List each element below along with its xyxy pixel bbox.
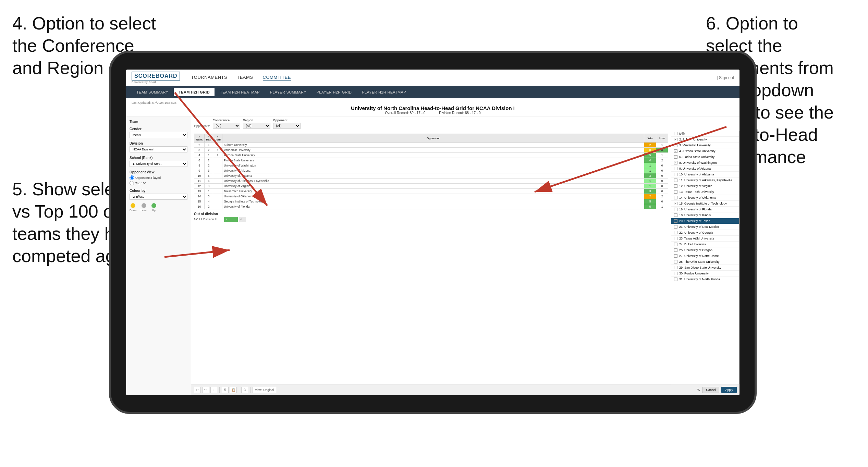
dropdown-item[interactable]: 25. University of Oregon: [671, 247, 739, 253]
dropdown-item[interactable]: 12. University of Virginia: [671, 183, 739, 189]
dropdown-item[interactable]: 30. Purdue University: [671, 271, 739, 276]
dropdown-item[interactable]: ✓4. Arizona State University: [671, 148, 739, 154]
dropdown-item[interactable]: 14. University of Oklahoma: [671, 195, 739, 201]
td-win: 1: [644, 163, 656, 168]
view-btn[interactable]: View: Original: [253, 387, 276, 393]
td-rank: 15: [194, 199, 205, 204]
dropdown-item-label: 27. University of Notre Dame: [679, 254, 719, 258]
dropdown-checkbox: [674, 248, 677, 252]
division-select[interactable]: NCAA Division I: [130, 146, 187, 152]
nav-signout[interactable]: | Sign out: [717, 75, 734, 80]
undo-btn[interactable]: ↩: [194, 387, 201, 393]
dropdown-checkbox: [674, 213, 677, 217]
dropdown-checkbox: ✓: [674, 138, 677, 141]
dropdown-item[interactable]: 22. University of Georgia: [671, 230, 739, 236]
cancel-btn[interactable]: Cancel: [702, 387, 719, 393]
dropdown-item[interactable]: 20. University of Texas: [671, 218, 739, 224]
dropdown-item-label: 14. University of Oklahoma: [679, 196, 716, 199]
gender-select[interactable]: Men's: [130, 132, 187, 138]
td-rag: 2: [205, 204, 213, 209]
th-loss: Loss: [656, 134, 668, 143]
td-rank: 3: [194, 148, 205, 153]
colour-by-select[interactable]: Win/loss: [130, 194, 187, 200]
sub-nav-player-h2h-heatmap[interactable]: PLAYER H2H HEATMAP: [357, 88, 411, 96]
table-row: 15 4 Georgia Institute of Technology 5 0: [194, 199, 668, 204]
main-content: Last Updated: 4/7/2024 16:55:38 Universi…: [126, 98, 739, 395]
sub-nav-h2h-grid[interactable]: TEAM H2H GRID: [174, 88, 215, 96]
dropdown-item[interactable]: (All): [671, 131, 739, 137]
td-conf: [213, 199, 222, 204]
dropdown-item-label: 20. University of Texas: [679, 219, 710, 223]
dropdown-item[interactable]: 3. Vanderbilt University: [671, 143, 739, 148]
division-row: NCAA Division II 1 0: [194, 217, 668, 222]
td-loss: 0: [656, 168, 668, 173]
school-select[interactable]: 1. University of Nort...: [130, 161, 187, 167]
dropdown-checkbox: [674, 208, 677, 211]
dropdown-item[interactable]: 21. University of New Mexico: [671, 224, 739, 230]
report-title: University of North Carolina Head-to-Hea…: [132, 105, 734, 111]
copy-btn[interactable]: ⧉: [222, 387, 229, 393]
table-row: 9 3 University of Arizona 1 0: [194, 168, 668, 173]
table-row: 4 1 2 Arizona State University 5 1: [194, 153, 668, 158]
radio-opponents-played[interactable]: Opponents Played: [130, 175, 187, 180]
region-select[interactable]: (All): [243, 123, 270, 129]
td-rag: 6: [205, 179, 213, 184]
dropdown-item[interactable]: 23. Texas A&M University: [671, 236, 739, 242]
radio-top100[interactable]: Top 100: [130, 181, 187, 185]
dropdown-checkbox: [674, 260, 677, 263]
dropdown-item-label: 22. University of Georgia: [679, 231, 713, 234]
paste-btn[interactable]: 📋: [230, 387, 237, 393]
clock-btn[interactable]: ⏱: [241, 387, 248, 393]
table-row: 16 2 University of Florida 5 1: [194, 204, 668, 209]
dropdown-item[interactable]: 24. Duke University: [671, 242, 739, 247]
dropdown-item[interactable]: 16. University of Florida: [671, 207, 739, 212]
dropdown-item-label: 11. University of Arkansas, Fayetteville: [679, 179, 732, 182]
dropdown-item-label: 30. Purdue University: [679, 272, 709, 275]
td-opponent: Texas Tech University: [222, 189, 644, 194]
dropdown-checkbox: [674, 278, 677, 281]
td-conf: [213, 173, 222, 179]
dropdown-item[interactable]: 18. University of Illinois: [671, 212, 739, 218]
table-row: 6 2 Florida State University 4 2: [194, 158, 668, 163]
sub-nav-h2h-heatmap[interactable]: TEAM H2H HEATMAP: [215, 88, 265, 96]
conference-select[interactable]: (All): [213, 123, 240, 129]
td-loss: 0: [656, 199, 668, 204]
dropdown-checkbox: ✓: [674, 202, 677, 205]
redo-btn[interactable]: ↪: [202, 387, 209, 393]
td-rag: 1: [205, 189, 213, 194]
nav-committee[interactable]: COMMITTEE: [263, 75, 291, 81]
dropdown-item-label: 4. Arizona State University: [679, 149, 716, 153]
dropdown-item[interactable]: 27. University of Notre Dame: [671, 253, 739, 259]
dropdown-item[interactable]: ✓6. Florida State University: [671, 154, 739, 160]
dropdown-item[interactable]: 28. The Ohio State University: [671, 259, 739, 265]
dropdown-item[interactable]: 11. University of Arkansas, Fayetteville: [671, 177, 739, 183]
dropdown-item[interactable]: ✓2. Auburn University: [671, 137, 739, 143]
nav-teams[interactable]: TEAMS: [237, 75, 253, 81]
td-conf: [213, 184, 222, 189]
td-win: 5: [644, 199, 656, 204]
td-opponent: University of Oklahoma: [222, 194, 644, 199]
td-win: 0: [644, 148, 656, 153]
apply-btn[interactable]: Apply: [721, 387, 737, 393]
table-row: 12 3 University of Virginia 1 0: [194, 184, 668, 189]
nav-tournaments[interactable]: TOURNAMENTS: [191, 75, 228, 81]
td-opponent: University of Virginia: [222, 184, 644, 189]
opponent-select[interactable]: (All): [273, 123, 301, 129]
dropdown-item[interactable]: 10. University of Alabama: [671, 172, 739, 177]
dropdown-item[interactable]: ✓8. University of Washington: [671, 160, 739, 166]
last-updated: Last Updated: 4/7/2024 16:55:38: [132, 101, 176, 105]
sub-nav-player-summary[interactable]: PLAYER SUMMARY: [265, 88, 311, 96]
dropdown-item[interactable]: 13. Texas Tech University: [671, 189, 739, 195]
td-win: 1: [644, 168, 656, 173]
td-rag: 2: [205, 148, 213, 153]
td-win: 5: [644, 204, 656, 209]
dropdown-item[interactable]: 9. University of Arizona: [671, 166, 739, 172]
dropdown-checkbox: [674, 144, 677, 147]
sub-nav-team-summary[interactable]: TEAM SUMMARY: [132, 88, 173, 96]
back-btn[interactable]: ←: [210, 387, 217, 393]
dropdown-item[interactable]: 31. University of North Florida: [671, 276, 739, 282]
dropdown-item[interactable]: 29. San Diego State University: [671, 265, 739, 271]
dropdown-item[interactable]: ✓15. Georgia Institute of Technology: [671, 201, 739, 207]
sub-nav-player-h2h-grid[interactable]: PLAYER H2H GRID: [312, 88, 357, 96]
td-loss: 4: [656, 148, 668, 153]
